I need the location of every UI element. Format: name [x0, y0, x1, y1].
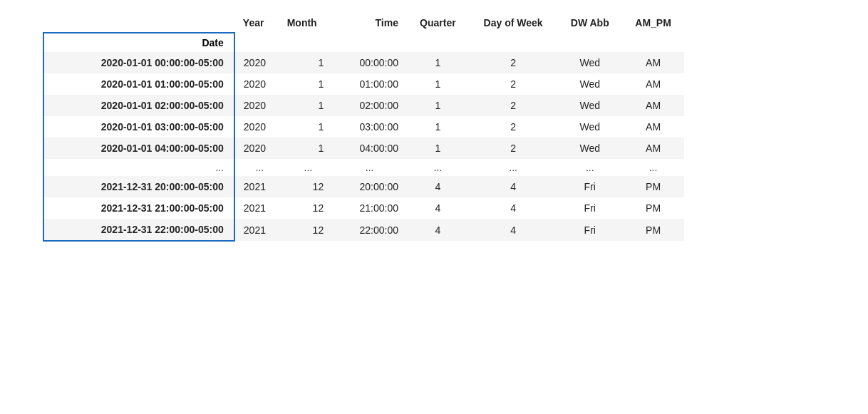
cell-dow: 2 — [469, 73, 558, 95]
cell-date: 2020-01-01 02:00:00-05:00 — [43, 95, 234, 116]
cell-dow: 2 — [469, 116, 558, 138]
col-header-time: Time — [332, 14, 407, 33]
ellipsis-cell: ... — [332, 159, 407, 176]
cell-time: 20:00:00 — [332, 176, 407, 197]
cell-date: 2021-12-31 21:00:00-05:00 — [43, 197, 234, 219]
cell-month: 12 — [284, 176, 333, 197]
cell-dwabb: Wed — [557, 116, 622, 138]
cell-quarter: 4 — [407, 197, 469, 219]
cell-ampm: PM — [622, 176, 684, 197]
cell-month: 1 — [284, 95, 333, 116]
cell-dwabb: Wed — [557, 73, 622, 95]
cell-date: 2021-12-31 22:00:00-05:00 — [43, 219, 234, 241]
cell-month: 12 — [284, 197, 333, 219]
ellipsis-cell: ... — [622, 159, 684, 176]
cell-ampm: AM — [622, 95, 684, 116]
column-header-row: Year Month Time Quarter Day of Week DW A… — [43, 14, 684, 33]
cell-dwabb: Wed — [557, 138, 622, 159]
cell-time: 22:00:00 — [332, 219, 407, 241]
cell-dow: 4 — [469, 219, 558, 241]
subheader-date: Date — [43, 33, 234, 52]
cell-ampm: PM — [622, 219, 684, 241]
cell-time: 00:00:00 — [332, 52, 407, 73]
cell-year: 2020 — [234, 138, 284, 159]
cell-quarter: 4 — [407, 219, 469, 241]
cell-dow: 2 — [469, 52, 558, 73]
col-header-year: Year — [234, 14, 284, 33]
table-row: 2021-12-31 20:00:00-05:0020211220:00:004… — [43, 176, 684, 197]
cell-year: 2020 — [234, 116, 284, 138]
cell-year: 2021 — [234, 197, 284, 219]
ellipsis-cell: ... — [407, 159, 469, 176]
cell-year: 2021 — [234, 176, 284, 197]
table-row: 2020-01-01 02:00:00-05:002020102:00:0012… — [43, 95, 684, 116]
data-table: Year Month Time Quarter Day of Week DW A… — [43, 14, 684, 242]
ellipsis-cell: ... — [234, 159, 284, 176]
cell-time: 03:00:00 — [332, 116, 407, 138]
cell-dow: 2 — [469, 95, 558, 116]
cell-date: 2021-12-31 20:00:00-05:00 — [43, 176, 234, 197]
cell-year: 2021 — [234, 219, 284, 241]
subheader-row: Date — [43, 33, 684, 52]
cell-dwabb: Wed — [557, 52, 622, 73]
cell-month: 1 — [284, 73, 333, 95]
cell-quarter: 1 — [407, 52, 469, 73]
cell-dwabb: Fri — [557, 176, 622, 197]
table-row: ........................ — [43, 159, 684, 176]
ellipsis-cell: ... — [557, 159, 622, 176]
col-header-date — [43, 14, 234, 33]
cell-time: 02:00:00 — [332, 95, 407, 116]
col-header-ampm: AM_PM — [622, 14, 684, 33]
table-row: 2020-01-01 00:00:00-05:002020100:00:0012… — [43, 52, 684, 73]
cell-date: 2020-01-01 00:00:00-05:00 — [43, 52, 234, 73]
table-row: 2021-12-31 21:00:00-05:0020211221:00:004… — [43, 197, 684, 219]
cell-quarter: 1 — [407, 138, 469, 159]
col-header-dwabb: DW Abb — [557, 14, 622, 33]
table-row: 2020-01-01 03:00:00-05:002020103:00:0012… — [43, 116, 684, 138]
cell-dwabb: Wed — [557, 95, 622, 116]
cell-month: 12 — [284, 219, 333, 241]
ellipsis-cell: ... — [469, 159, 558, 176]
cell-date: 2020-01-01 01:00:00-05:00 — [43, 73, 234, 95]
cell-quarter: 1 — [407, 116, 469, 138]
col-header-quarter: Quarter — [407, 14, 469, 33]
table-row: 2021-12-31 22:00:00-05:0020211222:00:004… — [43, 219, 684, 241]
cell-dwabb: Fri — [557, 219, 622, 241]
cell-quarter: 1 — [407, 95, 469, 116]
cell-dow: 4 — [469, 176, 558, 197]
subheader-empty — [234, 33, 684, 52]
cell-month: 1 — [284, 138, 333, 159]
col-header-month: Month — [284, 14, 333, 33]
cell-ampm: AM — [622, 73, 684, 95]
table-row: 2020-01-01 01:00:00-05:002020101:00:0012… — [43, 73, 684, 95]
cell-year: 2020 — [234, 95, 284, 116]
cell-ampm: PM — [622, 197, 684, 219]
cell-dwabb: Fri — [557, 197, 622, 219]
cell-quarter: 4 — [407, 176, 469, 197]
cell-date: 2020-01-01 04:00:00-05:00 — [43, 138, 234, 159]
cell-time: 01:00:00 — [332, 73, 407, 95]
cell-ampm: AM — [622, 138, 684, 159]
table-wrapper: Year Month Time Quarter Day of Week DW A… — [43, 14, 854, 242]
cell-year: 2020 — [234, 52, 284, 73]
cell-ampm: AM — [622, 116, 684, 138]
cell-ampm: AM — [622, 52, 684, 73]
cell-month: 1 — [284, 116, 333, 138]
ellipsis-cell: ... — [43, 159, 234, 176]
cell-time: 04:00:00 — [332, 138, 407, 159]
cell-dow: 2 — [469, 138, 558, 159]
table-row: 2020-01-01 04:00:00-05:002020104:00:0012… — [43, 138, 684, 159]
cell-quarter: 1 — [407, 73, 469, 95]
cell-year: 2020 — [234, 73, 284, 95]
cell-time: 21:00:00 — [332, 197, 407, 219]
ellipsis-cell: ... — [284, 159, 333, 176]
cell-dow: 4 — [469, 197, 558, 219]
col-header-dow: Day of Week — [469, 14, 558, 33]
cell-date: 2020-01-01 03:00:00-05:00 — [43, 116, 234, 138]
cell-month: 1 — [284, 52, 333, 73]
